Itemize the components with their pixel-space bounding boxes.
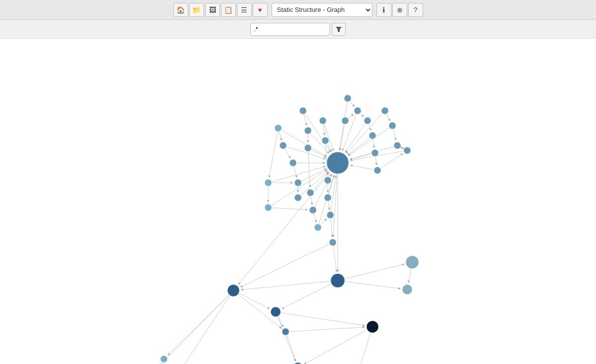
- svg-line-71: [361, 114, 364, 117]
- svg-line-79: [304, 115, 306, 126]
- svg-point-105: [319, 117, 326, 124]
- svg-point-128: [406, 256, 419, 269]
- svg-point-108: [324, 194, 331, 201]
- svg-line-11: [311, 150, 326, 157]
- folder-button[interactable]: 📁: [189, 3, 204, 17]
- svg-line-45: [140, 362, 161, 364]
- svg-line-37: [278, 317, 283, 327]
- svg-point-100: [304, 127, 311, 134]
- svg-point-93: [275, 125, 282, 132]
- svg-point-123: [271, 307, 281, 317]
- svg-line-33: [333, 246, 337, 272]
- svg-line-85: [381, 153, 403, 168]
- svg-point-110: [342, 117, 349, 124]
- svg-point-98: [295, 179, 301, 186]
- svg-line-36: [239, 293, 270, 309]
- svg-point-121: [331, 274, 345, 288]
- svg-line-60: [294, 167, 297, 178]
- svg-point-94: [265, 179, 272, 186]
- info2-button[interactable]: ⊕: [392, 3, 407, 17]
- svg-point-112: [364, 117, 371, 124]
- svg-point-96: [280, 142, 287, 149]
- svg-line-73: [373, 140, 374, 147]
- graph-svg: [0, 39, 596, 364]
- toolbar: 🏠 📁 🖼 📋 ☰ ♥ Static Structure - Graph Sta…: [0, 0, 596, 20]
- filter-button[interactable]: [332, 23, 346, 36]
- svg-point-103: [309, 207, 316, 214]
- svg-point-114: [372, 149, 378, 156]
- svg-point-113: [369, 132, 376, 139]
- svg-line-52: [278, 317, 296, 361]
- svg-point-125: [367, 321, 378, 333]
- svg-line-80: [279, 132, 282, 141]
- svg-line-69: [328, 202, 329, 210]
- svg-point-109: [327, 212, 334, 218]
- svg-point-116: [381, 107, 388, 114]
- svg-point-102: [307, 189, 314, 196]
- svg-line-83: [321, 219, 327, 225]
- svg-line-66: [323, 125, 325, 135]
- svg-point-92: [299, 107, 306, 114]
- svg-point-118: [394, 142, 401, 149]
- svg-point-120: [329, 239, 336, 246]
- svg-line-59: [285, 149, 291, 158]
- svg-point-115: [374, 167, 381, 174]
- searchbar: [0, 20, 596, 39]
- svg-line-40: [345, 282, 400, 289]
- svg-point-99: [295, 194, 301, 201]
- svg-line-89: [290, 327, 365, 332]
- svg-line-77: [401, 147, 402, 148]
- svg-point-124: [282, 328, 289, 335]
- view-mode-select[interactable]: Static Structure - Graph Static Structur…: [272, 3, 372, 17]
- svg-line-44: [179, 296, 230, 364]
- svg-line-87: [241, 281, 330, 290]
- svg-line-43: [153, 295, 229, 364]
- help-button[interactable]: ?: [408, 3, 423, 17]
- svg-line-23: [348, 138, 369, 155]
- svg-point-95: [265, 204, 272, 211]
- svg-point-91: [344, 95, 351, 102]
- svg-marker-0: [336, 27, 342, 32]
- svg-line-78: [350, 101, 354, 106]
- svg-point-129: [402, 285, 412, 294]
- search-input[interactable]: [250, 23, 330, 36]
- svg-point-119: [404, 147, 411, 154]
- svg-line-41: [409, 269, 411, 283]
- svg-point-111: [354, 107, 361, 114]
- clipboard-button[interactable]: 📋: [221, 3, 236, 17]
- heart-button[interactable]: ♥: [253, 3, 268, 17]
- svg-line-76: [393, 130, 396, 141]
- svg-line-22: [345, 124, 365, 152]
- filter-icon: [335, 26, 342, 33]
- svg-line-72: [369, 125, 371, 131]
- svg-line-56: [351, 333, 371, 364]
- svg-line-54: [304, 330, 367, 364]
- svg-point-90: [327, 152, 349, 174]
- svg-line-75: [387, 114, 390, 121]
- svg-point-104: [314, 224, 321, 231]
- svg-point-117: [389, 122, 396, 129]
- svg-point-107: [324, 177, 331, 184]
- svg-point-106: [322, 137, 329, 144]
- list-button[interactable]: ☰: [237, 3, 252, 17]
- svg-line-74: [375, 157, 376, 165]
- svg-point-122: [227, 285, 239, 296]
- svg-line-57: [269, 132, 278, 177]
- svg-point-130: [160, 356, 167, 363]
- svg-line-86: [402, 148, 404, 149]
- image-button[interactable]: 🖼: [205, 3, 220, 17]
- svg-line-30: [333, 174, 337, 237]
- info-button[interactable]: ℹ: [376, 3, 391, 17]
- svg-line-53: [287, 336, 296, 361]
- svg-line-84: [331, 219, 332, 237]
- svg-line-82: [272, 208, 307, 210]
- svg-line-64: [311, 197, 312, 205]
- graph-area[interactable]: [0, 39, 596, 364]
- svg-point-97: [290, 159, 297, 166]
- svg-line-20: [340, 125, 345, 150]
- svg-line-25: [351, 165, 374, 170]
- home-button[interactable]: 🏠: [173, 3, 188, 17]
- svg-line-65: [314, 214, 316, 222]
- svg-line-35: [282, 284, 331, 309]
- svg-line-39: [345, 264, 404, 279]
